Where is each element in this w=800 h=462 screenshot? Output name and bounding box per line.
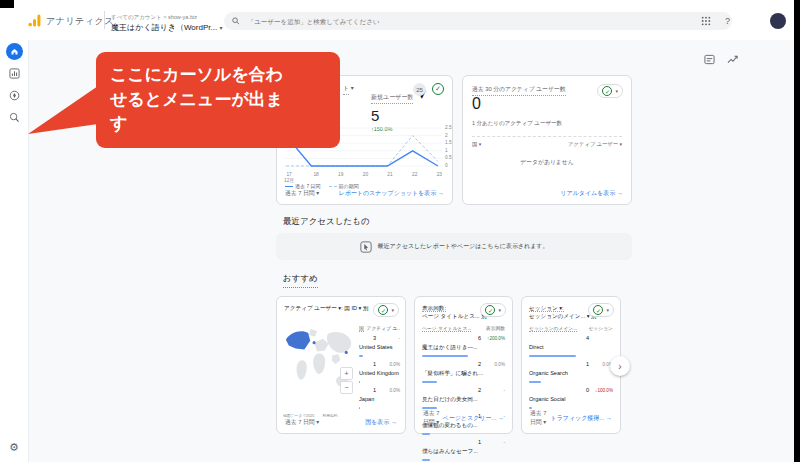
users-line-chart [284,124,442,170]
frame-right-edge [794,0,800,462]
recent-banner-text: 最近アクセスしたレポートやページはこちらに表示されます。 [378,242,549,251]
search-bar[interactable] [224,12,732,30]
no-data-message: データがありません [463,158,631,167]
sidebar-item-explore[interactable] [0,84,28,106]
advertising-icon [9,112,20,123]
report-snapshot-link[interactable]: レポートのスナップショットを表示 → [339,189,445,198]
sidebar-item-reports[interactable] [0,62,28,84]
realtime-metric-header[interactable]: アクティブ ユーザー ▾ [568,141,622,148]
account-breadcrumb: すべてのアカウント > show-ya.biz [111,14,222,21]
header-divider [104,11,105,29]
chart-y-axis: 00.511.522.5 [445,124,457,170]
traffic-acquisition-link[interactable]: トラフィック獲得... → [550,414,612,423]
data-quality-pill[interactable]: ✓▾ [480,303,506,317]
new-users-label[interactable]: 新規ユーザー数 [371,93,413,104]
table-row: 魔王はかく語りき—... 6↑200.0% [422,335,505,357]
view-realtime-link[interactable]: リアルタイムを表示 → [560,189,623,198]
analytics-app-window: アナリティクス すべてのアカウント > show-ya.biz 魔王はかく語りき… [0,0,794,462]
current-period-swatch [285,186,293,187]
reports-icon [9,68,20,79]
world-map: + − [282,323,354,411]
search-input[interactable] [246,17,724,26]
map-zoom-out-button[interactable]: − [340,381,353,394]
table-row: 僕らはみんなセーフ... 1- [422,439,505,461]
data-quality-check-icon[interactable]: ✓ [432,83,444,95]
divider [472,136,622,137]
screenshot-frame: アナリティクス すべてのアカウント > show-ya.biz 魔王はかく語りき… [0,0,800,462]
users-overview-card: ト ▾ 新規ユーザー数 ▾ 5 ↑150.0% 25 ✓ 00.511.522.… [276,75,453,205]
table-row: United Kingdom 10.0% [359,361,400,383]
table-row: United States 3- [359,335,400,357]
table-row: Organic Search 10.0% [529,361,613,383]
views-column-header: 表示回数 [486,325,505,332]
google-analytics-logo-icon[interactable] [28,14,41,27]
table-row: Direct 4 [529,335,613,357]
data-quality-pill[interactable]: ✓▾ [597,84,623,98]
recent-reports-banner: 最近アクセスしたレポートやページはこちらに表示されます。 [276,233,632,260]
table-row: Organic Social 0↓100.0% [529,387,613,409]
realtime-card: 過去 30 分のアクティブ ユーザー数 ✓▾ 0 1 分あたりのアクティブ ユー… [462,75,632,205]
date-range-dropdown[interactable]: 過去 7 日間 ▾ [423,409,442,427]
insights-icon[interactable] [727,54,738,65]
card-title-line1: セッション ▾: [529,305,564,312]
chevron-down-icon: ▾ [615,88,618,94]
table-row: 「疑似科学」に騙され... 20.0% [422,361,505,383]
chevron-down-icon: ▾ [351,85,354,91]
sessions-by-channel-card: セッション ▾: セッションのメイン... ▾ 別 ✓▾ セッションのメイン..… [521,296,621,434]
main-content: ト ▾ 新規ユーザー数 ▾ 5 ↑150.0% 25 ✓ 00.511.522.… [28,40,794,462]
date-range-dropdown[interactable]: 過去 7 日間 ▾ [530,409,550,427]
map-zoom-in-button[interactable]: + [340,367,353,380]
sessions-column-header: セッション [588,325,613,332]
recent-section-title: 最近アクセスしたもの [283,216,370,228]
account-switcher[interactable]: すべてのアカウント > show-ya.biz 魔王はかく語りき（WordPr.… [111,14,222,33]
property-selector[interactable]: 魔王はかく語りき（WordPr... ▾ [111,22,222,33]
count-badge: 25 [413,83,426,96]
top-header: アナリティクス すべてのアカウント > show-ya.biz 魔王はかく語りき… [0,0,794,40]
chevron-down-icon: ▾ [219,25,222,31]
map-region-uk [313,341,316,344]
country-column-header: 国 [359,325,364,332]
user-avatar[interactable] [770,13,786,29]
admin-gear-icon[interactable]: ⚙ [0,441,28,454]
pages-screens-link[interactable]: ページとスクリー... → [442,414,504,423]
views-by-page-title-card: 表示回数: ページ タイトルとス... 別 ✓▾ ページ タイトルとス... 表… [414,296,513,434]
new-users-value: 5 [371,107,426,124]
card-title-line2: ページ タイトルとス... 別 [422,313,487,319]
recent-cursor-icon [360,241,372,253]
realtime-title: 過去 30 分のアクティブ ユーザー数 [472,85,566,96]
card-title-line2: セッションのメイン... ▾ 別 [529,313,597,319]
explore-compass-icon [9,90,20,101]
realtime-subtitle: 1 分あたりのアクティブ ユーザー数 [472,120,562,127]
channel-column-header: セッションのメイン... [529,325,577,332]
card-title: アクティブ ユーザー ▾: 国 ID ▾ 別 [284,304,370,312]
recommended-section-title: おすすめ [283,273,318,288]
realtime-dimension-header[interactable]: 国 ▾ [472,141,481,148]
table-row: 見た目だけの美女同... 2- [422,387,505,409]
map-region-us [286,331,310,349]
table-row: Japan 10.0% [359,387,400,409]
frame-notch [0,0,14,8]
help-icon[interactable]: ? [725,16,730,26]
check-icon: ✓ [602,86,612,96]
home-icon [6,43,23,60]
map-region-japan [345,351,348,354]
carousel-next-button[interactable]: › [610,356,630,376]
notes-icon[interactable] [704,54,715,65]
left-navigation: ⚙ [0,40,29,462]
active-users-by-country-card: アクティブ ユーザー ▾: 国 ID ▾ 別 ✓▾ [276,296,406,434]
chevron-down-icon: ▾ [316,190,319,196]
metric-selector-fragment[interactable]: ト ▾ [343,84,354,95]
date-range-dropdown[interactable]: 過去 7 日間 ▾ [285,189,319,198]
apps-grid-icon[interactable] [701,16,711,26]
previous-period-swatch [329,186,337,187]
date-range-dropdown[interactable]: 過去 7 日間 ▾ [285,418,319,427]
search-icon [232,17,240,25]
data-quality-pill[interactable]: ✓▾ [588,303,614,317]
data-quality-pill[interactable]: ✓▾ [373,303,399,317]
sidebar-item-home[interactable] [0,40,28,62]
sidebar-item-advertising[interactable] [0,106,28,128]
card-title-line1: 表示回数: [422,305,446,312]
page-title-column-header: ページ タイトルとス... [422,325,471,332]
view-countries-link[interactable]: 国を表示 → [365,418,397,427]
metric-column-header: アクティブ ユ.. [367,325,400,332]
